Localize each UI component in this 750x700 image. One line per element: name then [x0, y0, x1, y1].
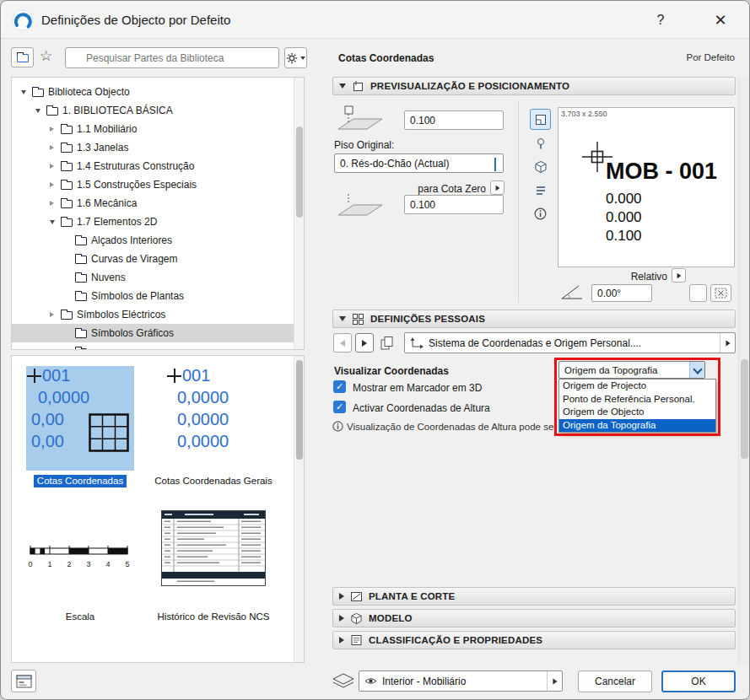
folder-icon	[75, 256, 87, 264]
settings-page-select[interactable]: Sistema de Coordenadas e Origem Personal…	[404, 332, 736, 353]
tree-item-mecanica[interactable]: 1.6 Mecânica	[12, 194, 304, 213]
tree-item-curvas[interactable]: Curvas de Viragem	[12, 250, 304, 268]
right-scrollbar-thumb[interactable]	[741, 359, 748, 459]
tree-scrollbar-thumb[interactable]	[296, 127, 303, 218]
arrow-left-icon	[340, 340, 345, 347]
tree-item-simbolos-electricos[interactable]: Símbolos Eléctricos	[12, 305, 304, 324]
plan-view-icon	[534, 113, 548, 127]
option-origem-projecto[interactable]: Origem de Projecto	[559, 380, 715, 393]
show-marker-3d-checkbox[interactable]: ✓	[333, 380, 346, 393]
enable-height-coordinates-checkbox[interactable]: ✓	[333, 401, 346, 413]
favorites-star-icon[interactable]: ☆	[40, 47, 52, 65]
show-marker-3d-label: Mostrar em Marcador em 3D	[353, 382, 482, 394]
rotation-angle-input[interactable]	[591, 284, 652, 302]
svg-text:2: 2	[67, 560, 71, 568]
svg-text:0: 0	[28, 560, 32, 568]
preview-coordinates: 0.000 0.000 0.100	[606, 190, 642, 245]
chevron-down-icon	[300, 56, 305, 59]
preview-elevation-button[interactable]	[530, 132, 551, 153]
home-story-select[interactable]: 0. Rés-do-Chão (Actual)	[334, 153, 504, 173]
floor-plan-icon	[350, 590, 363, 602]
reset-position-button[interactable]	[710, 284, 731, 302]
preview-2d-button[interactable]	[530, 109, 551, 130]
preview-section-button[interactable]	[530, 180, 551, 201]
tree-item-janelas[interactable]: 1.3 Janelas	[12, 138, 304, 157]
option-origem-topografia[interactable]: Origem da Topografia	[559, 419, 715, 433]
close-button[interactable]: ✕	[710, 10, 731, 30]
mirror-button[interactable]	[689, 284, 707, 302]
part-historico-revisao[interactable]: Histórico de Revisão NCS	[147, 506, 280, 626]
library-options-button[interactable]	[284, 47, 307, 68]
preview-info-button[interactable]	[530, 203, 551, 224]
section-classificacao[interactable]: CLASSIFICAÇÃO E PROPRIEDADES	[332, 631, 736, 649]
collapse-icon	[339, 593, 344, 600]
parts-scrollbar-thumb[interactable]	[296, 360, 303, 460]
cancel-button[interactable]: Cancelar	[578, 670, 652, 692]
svg-text:1: 1	[47, 560, 51, 568]
scale-bar-graphic: 0 1 2 3 4 5	[27, 543, 133, 570]
part-cotas-coordenadas[interactable]: 001 0,0000 0,00 0,00 Cotas Coordenadas	[13, 364, 147, 491]
section-planta-corte[interactable]: PLANTA E CORTE	[332, 587, 736, 606]
custom-settings-icon	[352, 313, 364, 325]
option-ponto-referencia[interactable]: Ponto de Referência Personal.	[559, 393, 715, 407]
selected-part-title: Cotas Coordenadas	[338, 52, 434, 64]
folder-icon	[61, 181, 73, 190]
pin-icon	[534, 137, 548, 150]
folder-icon	[75, 330, 87, 338]
ok-button[interactable]: OK	[661, 670, 736, 692]
origin-select-dropdown: Origem de Projecto Ponto de Referência P…	[558, 379, 716, 433]
coordinate-system-icon	[410, 337, 424, 349]
relative-arrow-button[interactable]	[672, 268, 686, 283]
section-modelo[interactable]: MODELO	[332, 609, 736, 627]
tree-item-mobiliario[interactable]: 1.1 Mobiliário	[12, 120, 304, 138]
folder-icon	[75, 237, 87, 245]
title-bar: Definições de Objecto por Defeito ? ✕	[1, 1, 750, 39]
bottom-offset-input[interactable]	[404, 195, 504, 214]
next-page-button[interactable]	[355, 333, 374, 353]
preview-3d-button[interactable]	[530, 156, 551, 177]
tree-item-nuvens[interactable]: Nuvens	[12, 268, 304, 287]
section-custom-settings[interactable]: DEFINIÇÕES PESSOAIS	[332, 310, 736, 328]
classification-list-icon	[350, 634, 363, 646]
tree-item-simbolos-plantas[interactable]: Símbolos de Plantas	[12, 287, 304, 305]
eye-icon	[364, 676, 377, 686]
help-button[interactable]: ?	[650, 10, 671, 30]
part-escala[interactable]: 0 1 2 3 4 5 Escala	[13, 506, 147, 626]
tree-item-alcados[interactable]: Alçados Interiores	[12, 231, 304, 250]
tree-item-simbolos-graficos[interactable]: Símbolos Gráficos	[12, 324, 304, 342]
folder-icon	[32, 89, 44, 97]
preview-canvas[interactable]: 3.703 x 2.550 MOB - 001 0.000 0.000 0.10…	[558, 107, 735, 267]
object-settings-dialog: Definições de Objecto por Defeito ? ✕ ☆ …	[0, 0, 750, 700]
folder-view-button[interactable]	[11, 47, 34, 67]
library-tree: Biblioteca Objecto 1. BIBLIOTECA BÁSICA …	[11, 77, 305, 350]
parts-scrollbar[interactable]	[294, 356, 304, 662]
folder-icon	[61, 311, 73, 320]
option-origem-objecto[interactable]: Origem de Objecto	[559, 406, 715, 419]
collapse-icon	[339, 637, 344, 643]
tree-item-biblioteca-basica[interactable]: 1. BIBLIOTECA BÁSICA	[12, 101, 304, 120]
prev-page-button[interactable]	[333, 333, 352, 353]
tree-item-construcoes-especiais[interactable]: 1.5 Construções Especiais	[12, 175, 304, 194]
top-offset-input[interactable]	[404, 110, 504, 130]
origin-select[interactable]: Origem da Topografia	[558, 361, 705, 379]
tree-item-estruturas[interactable]: 1.4 Estruturas Construção	[12, 157, 304, 175]
visualize-coordinates-label: Visualizar Coordenadas	[334, 365, 449, 377]
tree-item-partial[interactable]	[12, 342, 304, 350]
right-scrollbar[interactable]	[738, 77, 749, 664]
crosshair-icon	[167, 369, 181, 383]
layer-select[interactable]: Interior - Mobiliário	[359, 670, 563, 692]
transfer-settings-button[interactable]	[380, 336, 394, 353]
folder-icon	[17, 54, 29, 62]
default-mode-label: Por Defeito	[608, 52, 735, 62]
tree-item-biblioteca-objecto[interactable]: Biblioteca Objecto	[12, 83, 304, 101]
arrow-right-icon	[726, 340, 730, 346]
folder-icon	[61, 218, 73, 227]
tree-scrollbar[interactable]	[294, 78, 304, 349]
tree-item-elementos-2d[interactable]: 1.7 Elementos 2D	[12, 213, 304, 231]
section-preview-positioning[interactable]: PREVISUALIZAÇÃO E POSICIONAMENTO	[332, 77, 736, 95]
search-input[interactable]	[65, 47, 279, 68]
folder-icon	[46, 107, 58, 116]
to-zero-arrow-button[interactable]	[490, 180, 504, 195]
library-options-bottom-button[interactable]	[11, 670, 36, 692]
part-cotas-coordenadas-gerais[interactable]: 001 0,0000 0,0000 0,0000 Cotas Coordenad…	[147, 364, 280, 491]
